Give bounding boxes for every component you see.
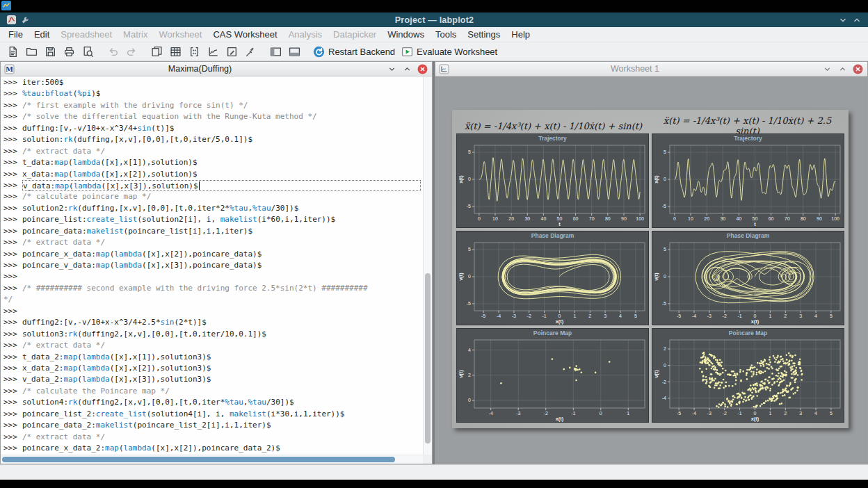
console-line[interactable]: */ [3,294,423,305]
chevron-up-icon[interactable] [852,15,862,25]
console-line[interactable]: >>>v_data:map(lambda([x],x[3]),solution)… [3,180,423,191]
print-button[interactable] [60,43,78,60]
console-code[interactable]: /* extract data */ [22,432,105,443]
console-horizontal-scrollbar[interactable] [1,455,423,464]
cas-close-button[interactable] [416,63,428,75]
console-line[interactable]: >>>/* calculate the Poincare map */ [3,386,423,397]
panel-bottom-button[interactable] [285,43,303,60]
console-code[interactable]: x_data:map(lambda([x],x[2]),solution)$ [22,169,198,180]
menu-file[interactable]: File [3,28,29,41]
menu-edit[interactable]: Edit [29,28,55,41]
menu-tools[interactable]: Tools [430,28,462,41]
plot-trajectory2[interactable]: Trajectory0102030405060708090100-505tx(t… [652,133,844,228]
new-workbook-button[interactable] [147,43,166,60]
panel-left-button[interactable] [266,43,284,60]
console-line[interactable]: >>>poincare_x_data_2:map(lambda([x],x[2]… [3,443,423,454]
console-line[interactable]: >>>poincare_list:create_list(solution2[i… [3,214,423,225]
console-line[interactable]: >>>/* extract data */ [3,432,423,443]
plot-trajectory1[interactable]: Trajectory0102030405060708090100-505tx(t… [456,133,649,228]
console-vertical-scrollbar[interactable] [423,76,432,455]
cas-maximize-button[interactable] [401,63,413,75]
horizontal-scroll-handle[interactable] [2,457,395,462]
console-code[interactable]: poincare_list_2:create_list(solution4[i]… [22,409,345,420]
console-code[interactable]: /* calculate the Poincare map */ [22,386,170,397]
plot-phase2[interactable]: Phase Diagram-5-4-3-2-1012345-505x(t)v(t… [652,231,844,325]
new-spreadsheet-button[interactable] [166,43,184,60]
console-line[interactable]: >>>poincare_data_2:makelist(poincare_lis… [3,420,423,431]
console-line[interactable]: >>>x_data_2:map(lambda([x],x[2]),solutio… [3,363,423,374]
menu-windows[interactable]: Windows [382,28,430,41]
console-code[interactable]: solution3:rk(duffing2,[x,v],[0,0],[t,0,i… [22,329,266,340]
console-code[interactable]: /* extract data */ [22,146,105,157]
console-code[interactable]: /* ########## second example with the dr… [22,283,368,294]
print-preview-button[interactable] [79,43,97,60]
console-line[interactable]: >>>v_data_2:map(lambda([x],x[3]),solutio… [3,374,423,385]
new-project-button[interactable] [3,43,22,60]
window-titlebar[interactable]: Project — labplot2 [0,13,868,27]
plot-poincare1[interactable]: Poincare Map-4-3-2-101024x(t)v(t) [456,328,649,423]
console-line[interactable]: >>>/* calculate poincare map */ [3,191,423,202]
cas-minimize-button[interactable] [385,63,398,75]
console-code[interactable]: %tau:bfloat(%pi)$ [22,88,101,99]
console-code[interactable]: t_data_2:map(lambda([x],x[1]),solution3)… [22,352,211,363]
console-code[interactable]: solution4:rk(duffing2,[x,v],[0,0],[t,0,i… [22,397,294,408]
console-line[interactable]: >>> [3,271,423,282]
new-notes-button[interactable] [223,43,241,60]
console-line[interactable]: >>>/* first example with the driving for… [3,100,423,111]
console-code[interactable]: /* extract data */ [22,237,105,248]
console-code[interactable]: poincare_x_data:map(lambda([x],x[2]),poi… [22,249,262,260]
console-line[interactable]: >>>t_data:map(lambda([x],x[1]),solution)… [3,157,423,168]
console-code[interactable]: iter:500$ [22,77,64,88]
console-line[interactable]: >>>/* extract data */ [3,237,423,248]
plot-phase1[interactable]: Phase Diagram-5-4-3-2-1012345-505x(t)v(t… [456,231,649,325]
vertical-scroll-handle[interactable] [425,273,431,444]
console-line[interactable]: >>>poincare_data:makelist(poincare_list[… [3,226,423,237]
console-line[interactable]: >>>solution:rk(duffing,[x,v],[0,0],[t,0,… [3,134,423,145]
new-worksheet-button[interactable] [204,43,222,60]
save-project-button[interactable] [41,43,59,60]
console-line[interactable]: >>>poincare_v_data:map(lambda([x],x[3]),… [3,260,423,271]
console-line[interactable]: >>>iter:500$ [3,77,423,88]
console-line[interactable]: >>>/* extract data */ [3,146,423,157]
console-code[interactable]: x_data_2:map(lambda([x],x[2]),solution3)… [22,363,211,374]
console-line[interactable]: >>>t_data_2:map(lambda([x],x[1]),solutio… [3,352,423,363]
console-line[interactable]: >>>poincare_list_2:create_list(solution4… [3,409,423,420]
restart-backend-button[interactable]: Restart Backend [310,43,398,60]
menu-help[interactable]: Help [506,28,536,41]
cas-titlebar[interactable]: M Maxima(Duffing) [1,62,432,76]
console-line[interactable]: >>>%tau:bfloat(%pi)$ [3,88,423,99]
console-code-focused[interactable]: v_data:map(lambda([x],x[3]),solution)$ [22,180,421,191]
new-matrix-button[interactable] [185,43,203,60]
color-dropper-button[interactable] [241,43,259,60]
open-project-button[interactable] [22,43,40,60]
evaluate-worksheet-button[interactable]: Evaluate Worksheet [399,43,500,60]
console-code[interactable]: poincare_data:makelist(poincare_list[i],… [22,226,252,237]
plot-poincare2[interactable]: Poincare Map-5-4-3-2-1012345-4-202x(t)v(… [652,328,844,423]
console-line[interactable]: >>>solution4:rk(duffing2,[x,v],[0,0],[t,… [3,397,423,408]
console-code[interactable]: poincare_list:create_list(solution2[i], … [22,214,335,225]
chevron-down-icon[interactable] [838,15,848,25]
console-line[interactable]: >>>duffing2:[v,-v/10+x-x^3/4+2.5*sin(2*t… [3,317,423,328]
console-code[interactable]: poincare_data_2:makelist(poincare_list_2… [22,420,271,431]
console-code[interactable]: poincare_v_data:map(lambda([x],x[3]),poi… [22,260,262,271]
console-code[interactable]: v_data_2:map(lambda([x],x[3]),solution3)… [22,374,211,385]
console-line[interactable]: >>>x_data:map(lambda([x],x[2]),solution)… [3,169,423,180]
console-code[interactable]: /* calculate poincare map */ [22,191,151,202]
console-code[interactable]: */ [3,294,13,305]
worksheet-close-button[interactable] [851,63,864,75]
worksheet-maximize-button[interactable] [836,63,849,75]
worksheet-minimize-button[interactable] [821,63,833,75]
console-code[interactable]: duffing:[v,-v/10+x-x^3/4+sin(t)]$ [22,123,175,134]
wrench-icon[interactable] [21,15,31,25]
console-line[interactable]: >>>poincare_x_data:map(lambda([x],x[2]),… [3,249,423,260]
console-code[interactable]: /* solve the differential equation with … [22,111,317,122]
console-line[interactable]: >>>solution3:rk(duffing2,[x,v],[0,0],[t,… [3,329,423,340]
console-line[interactable]: >>>/* solve the differential equation wi… [3,111,423,122]
console-code[interactable]: duffing2:[v,-v/10+x-x^3/4+2.5*sin(2*t)]$ [22,317,207,328]
console-line[interactable]: >>>duffing:[v,-v/10+x-x^3/4+sin(t)]$ [3,123,423,134]
console-code[interactable]: /* first example with the driving force … [22,100,248,111]
console-code[interactable]: solution:rk(duffing,[x,v],[0,0],[t,0,ite… [22,134,252,145]
console-code[interactable]: poincare_x_data_2:map(lambda([x],x[2]),p… [22,443,280,454]
console-code[interactable]: t_data:map(lambda([x],x[1]),solution)$ [22,157,198,168]
console-line[interactable]: >>> [3,306,423,317]
